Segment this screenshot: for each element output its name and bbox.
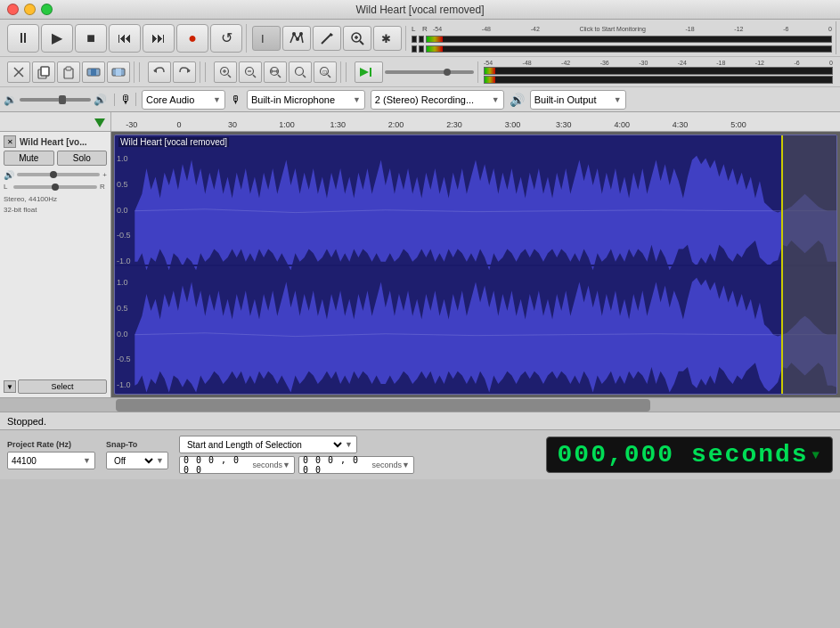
track-info: Stereo, 44100Hz 32-bit float <box>4 194 107 376</box>
gain-thumb[interactable] <box>50 171 57 178</box>
copy-clip-tool[interactable] <box>32 61 55 83</box>
envelope-tool[interactable] <box>282 26 311 51</box>
divider1 <box>139 62 140 82</box>
sel-end-arrow[interactable]: ▼ <box>402 461 410 469</box>
skip-back-button[interactable]: ⏮ <box>109 24 141 53</box>
solo-button[interactable]: Solo <box>57 151 108 166</box>
channel-divider <box>115 265 836 266</box>
undo-button[interactable] <box>148 61 171 83</box>
svg-marker-44 <box>94 118 105 127</box>
gain-slider[interactable] <box>17 173 100 176</box>
sel-start-wrap[interactable]: 0 0 0 , 0 0 0 seconds ▼ <box>179 456 295 474</box>
minimize-button[interactable] <box>24 4 36 15</box>
audio-end-marker <box>781 135 783 394</box>
selection-mode-arrow[interactable]: ▼ <box>345 440 353 449</box>
selection-mode-wrap[interactable]: Start and Length of Selection ▼ <box>179 436 357 453</box>
sel-end-wrap[interactable]: 0 0 0 , 0 0 0 seconds ▼ <box>298 456 414 474</box>
title-bar: Wild Heart [vocal removed] <box>0 0 840 20</box>
down-triangle-icon <box>93 115 107 129</box>
gain-icon: 🔊 <box>4 169 14 180</box>
play-button[interactable]: ▶ <box>41 24 73 53</box>
svg-marker-42 <box>360 68 369 77</box>
maximize-button[interactable] <box>41 4 53 15</box>
cut-tool[interactable] <box>7 61 30 83</box>
sel-end-value: 0 0 0 , 0 0 0 <box>303 455 370 475</box>
stop-button[interactable]: ■ <box>75 24 107 53</box>
vu2-track-l[interactable] <box>484 67 833 75</box>
time-display-area: 000,000 seconds ▼ <box>425 436 833 473</box>
project-rate-input[interactable] <box>12 456 83 466</box>
track-name: Wild Heart [vo... <box>20 137 103 147</box>
redo-button[interactable] <box>173 61 196 83</box>
silence-tool[interactable] <box>107 61 130 83</box>
vu-track-l2 <box>412 45 417 53</box>
snap-to-arrow[interactable]: ▼ <box>156 456 164 465</box>
snap-to-select-wrap[interactable]: Off ▼ <box>106 452 168 469</box>
track-info-stereo: Stereo, 44100Hz <box>4 194 107 205</box>
audio-host-select[interactable]: Core Audio ▼ <box>142 90 225 110</box>
input-device-select[interactable]: Built-in Microphone ▼ <box>247 90 365 110</box>
snap-to-dropdown[interactable]: Off <box>110 455 156 467</box>
channels-select[interactable]: 2 (Stereo) Recording... ▼ <box>371 90 504 110</box>
mute-button[interactable]: Mute <box>4 151 54 166</box>
play-at-speed-button[interactable] <box>355 61 383 83</box>
selection-mode-dropdown[interactable]: Start and Length of Selection <box>183 439 345 451</box>
horizontal-scrollbar[interactable] <box>0 397 840 412</box>
vu-main-display-r[interactable] <box>426 45 832 53</box>
loop-button[interactable]: ↺ <box>210 24 242 53</box>
scrollbar-thumb[interactable] <box>116 399 650 412</box>
skip-forward-button[interactable]: ⏭ <box>143 24 175 53</box>
time-display-menu-arrow[interactable]: ▼ <box>812 448 821 462</box>
output-device-select[interactable]: Built-in Output ▼ <box>530 90 626 110</box>
speed-slider[interactable] <box>385 70 474 74</box>
svg-point-2 <box>296 37 299 41</box>
trim-tool[interactable] <box>82 61 105 83</box>
pan-slider[interactable] <box>13 185 97 189</box>
project-rate-arrow[interactable]: ▼ <box>83 456 91 465</box>
zoom-tool[interactable] <box>343 26 371 51</box>
vu-main-display-l[interactable] <box>426 36 832 43</box>
audio-host-dropdown[interactable]: Core Audio <box>146 94 210 105</box>
volume-slider[interactable] <box>20 98 91 102</box>
paste-tool[interactable] <box>57 61 80 83</box>
svg-text:🔊: 🔊 <box>4 169 14 180</box>
pause-button[interactable]: ⏸ <box>7 24 39 53</box>
project-rate-select-wrap[interactable]: ▼ <box>7 452 95 469</box>
close-button[interactable] <box>7 4 19 15</box>
select-button[interactable]: Select <box>18 379 107 394</box>
vu2-track-r[interactable] <box>484 76 833 84</box>
window-controls[interactable] <box>7 4 53 15</box>
zoom-select-button[interactable] <box>289 61 312 83</box>
zoom-fit-button[interactable] <box>264 61 287 83</box>
zoom-end-button[interactable]: ⊡ <box>314 61 337 83</box>
output-device-dropdown[interactable]: Built-in Output <box>534 94 611 105</box>
ruler-mark: 0 <box>177 120 182 129</box>
track-close-button[interactable]: ✕ <box>4 135 16 148</box>
record-button[interactable]: ● <box>176 24 208 53</box>
input-device-dropdown[interactable]: Built-in Microphone <box>251 94 350 105</box>
zoom-out-button[interactable] <box>239 61 262 83</box>
edit-tools-group <box>4 61 135 83</box>
volume-icon: 🔉 <box>4 94 17 106</box>
speed-slider-group <box>385 70 474 74</box>
zoom-in-button[interactable] <box>214 61 237 83</box>
vu2-fill-l <box>485 68 495 74</box>
svg-text:I: I <box>261 32 265 45</box>
mic-icon2: 🎙 <box>231 94 241 106</box>
svg-text:✱: ✱ <box>381 32 391 45</box>
project-rate-label: Project Rate (Hz) <box>7 440 95 449</box>
pan-thumb[interactable] <box>52 184 59 191</box>
speed-thumb[interactable] <box>444 69 451 76</box>
vu-level-r <box>427 46 443 52</box>
star-tool[interactable]: ✱ <box>373 26 402 51</box>
volume-thumb[interactable] <box>59 95 66 104</box>
waveform-display[interactable]: Wild Heart [vocal removed] 1.0 0.5 0.0 -… <box>111 132 840 397</box>
track-collapse-button[interactable]: ▼ <box>4 380 16 393</box>
select-tool[interactable]: I <box>252 26 281 51</box>
svg-text:-0.5: -0.5 <box>117 231 131 240</box>
draw-tool[interactable] <box>313 26 341 51</box>
microphone-icon: 🎙 <box>120 93 132 106</box>
ruler-mark: 3:30 <box>556 120 572 129</box>
sel-start-arrow[interactable]: ▼ <box>282 461 290 469</box>
channels-dropdown[interactable]: 2 (Stereo) Recording... <box>375 94 489 105</box>
